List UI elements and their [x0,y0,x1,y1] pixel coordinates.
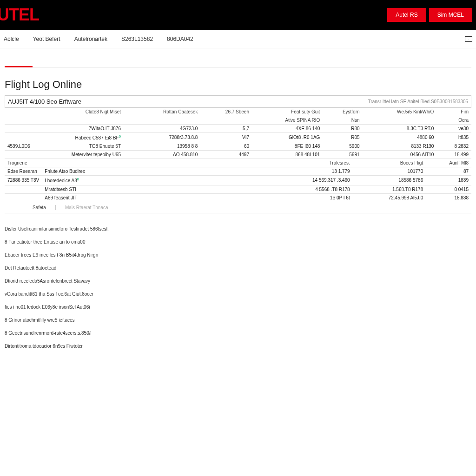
t2-h-c2 [42,159,126,167]
t1-h-c6: Eystforn [323,108,362,116]
cell: 72886 335 T3V [5,176,42,185]
subbar-right: Transr ittel Iatn SE Anitel Bled.S0B3008… [368,99,468,104]
page-title: Flight Log Online [5,79,471,91]
cell: 13 1.779 [274,167,353,176]
cell: 5900 [323,142,362,151]
nav-item-3[interactable]: S263L13582 [121,36,153,42]
flight-table-2: Trognene Tralesres. Boces Fligt Aunlf Ml… [5,159,471,202]
subbar-left: AUJ5IT 4/100 Seo Erftware [8,98,81,105]
cell: Lhoredeoice A88 [42,176,126,185]
table-row: Habeec C587 Ei8 BF07288r3.73.8.8VI7GlOt8… [5,133,471,142]
cell: VI7 [200,133,252,142]
cell: Meterviter tepeoiby U65 [37,151,130,159]
cell: 4497 [200,151,252,159]
cell: 7WitaO.IT J876 [37,125,130,133]
note-line: vCora banditt61 tha Sss f oc.6at Giut.8o… [5,288,471,301]
cell: GlOt8 .R0 1AG [252,133,323,142]
cell: 7288r3.73.8.8 [130,133,200,142]
t1-sh-c6: Nsn [323,116,362,125]
cell: 60 [200,142,252,151]
note-line: Disfer Uselrcanimilansimieforo Tesfirade… [5,223,471,236]
cell: Edse Reearan [5,167,42,176]
nav-bar: Aolcle Yeot Befert Autelronartek S263L13… [0,30,476,48]
cell [5,185,42,193]
sub-bar: AUJ5IT 4/100 Seo Erftware Transr ittel I… [5,95,471,108]
cell: 4XE.86 140 [252,125,323,133]
cell: 87 [426,167,471,176]
table-row: Mratdtsesb STI4 5568 .T8 R1781.568.T8 R1… [5,185,471,193]
note-line: Dtiorid receleda5Asrontelenbrect Stavavy [5,275,471,288]
cell: 5,7 [200,125,252,133]
t1-h-c3: Rottan Caatesek [130,108,200,116]
cell: 8FE I60 148 [252,142,323,151]
cell: 13958 8 8 [130,142,200,151]
t2-h-c1: Trognene [5,159,42,167]
cell: ve30 [436,125,471,133]
bottom-col2[interactable]: Mais Rtaerat Tnnaca [65,205,108,210]
cell: 868 48I 101 [252,151,323,159]
t1-sh-c8: Ocra [436,116,471,125]
t2-h-c7: Aunlf Ml8 [426,159,471,167]
cell: It835 [436,133,471,142]
cell: 0 0415 [426,185,471,193]
note-line: Det Retautectt 8atoetead [5,262,471,275]
t2-h-c6: Boces Fligt [353,159,426,167]
cell: Fnlute Atso Budirex [42,167,126,176]
t1-sh-c5: Ative SPINA RIO [252,116,323,125]
nav-item-0[interactable]: Aolcle [4,36,19,42]
tab-indicator [5,67,471,67]
cell: R05 [323,133,362,142]
note-line: Dirtontitroma.tdocacior 6n9cs Fiwtotcr [5,340,471,353]
t1-h-c1 [5,108,37,116]
note-line: 8 Grinor atochmtfilly wre5 ief.aces [5,314,471,327]
table-row: 7WitaO.IT J8764G723.05,74XE.86 140R808.3… [5,125,471,133]
nav-item-4[interactable]: 806DA042 [167,36,193,42]
t1-h-c7: We.5r5 KinkWhiO [363,108,437,116]
cell: 8133 R130 [363,142,437,151]
t1-h-c8: Fim [436,108,471,116]
flight-table-1: Clate8 Nigt Miset Rottan Caatesek 26.7 S… [5,108,471,159]
t1-h-c2: Clate8 Nigt Miset [37,108,130,116]
note-line: 8 Geoctrisundirenrmord-rste4scers.s.850/… [5,327,471,340]
cell: Habeec C587 Ei8 BF0 [37,133,130,142]
cell: 101770 [353,167,426,176]
bottom-col1[interactable]: Safeta [33,205,56,210]
nav-item-2[interactable]: Autelronartek [74,36,107,42]
top-bar: UTEL Autel RS Sim MCEL [0,0,476,30]
cell: 4 5568 .T8 R178 [274,185,353,193]
table-row: Edse ReearanFnlute Atso Budirex13 1.7791… [5,167,471,176]
top-buttons: Autel RS Sim MCEL [387,8,472,22]
brand-logo: UTEL [0,5,39,25]
cell [5,193,42,202]
cell: TO8 Ehuete 5T [37,142,130,151]
cell: R80 [323,125,362,133]
cell: 0456 AlT10 [363,151,437,159]
cell: AO 458.810 [130,151,200,159]
t2-h-c5: Tralesres. [274,159,353,167]
cell: 18586 5786 [353,176,426,185]
cell [5,125,37,133]
cell [5,133,37,142]
cell: 1e 0P I 6t [274,193,353,202]
cell: 1839 [426,176,471,185]
cell: 4539.L0D6 [5,142,37,151]
cell: 14 569.317 .3.460 [274,176,353,185]
notes-section: Disfer Uselrcanimilansimieforo Tesfirade… [5,223,471,353]
top-button-b[interactable]: Sim MCEL [429,8,472,22]
t1-h-c5: Feat suty Guit [252,108,323,116]
note-line: Ebaoer trees E9 mec les t 8n B5it4drog N… [5,249,471,262]
mail-icon[interactable] [465,36,472,42]
bottom-row: Safeta Mais Rtaerat Tnnaca [5,202,471,213]
note-line: fies i no01 ledock E06y8e irsonSel Aut06… [5,301,471,314]
note-line: 8 Faneatioter thee Entase an to oma00 [5,236,471,249]
top-button-a[interactable]: Autel RS [387,8,426,22]
t1-h-c4: 26.7 Sbeeh [200,108,252,116]
cell: 4880 60 [363,133,437,142]
cell: 8 2832 [436,142,471,151]
cell: A89 feaserit JIT [42,193,126,202]
cell: 18.838 [426,193,471,202]
cell: 5691 [323,151,362,159]
cell: 1.568.T8 R178 [353,185,426,193]
table-row: 4539.L0D6TO8 Ehuete 5T 13958 8 8608FE I6… [5,142,471,151]
nav-item-1[interactable]: Yeot Befert [33,36,60,42]
